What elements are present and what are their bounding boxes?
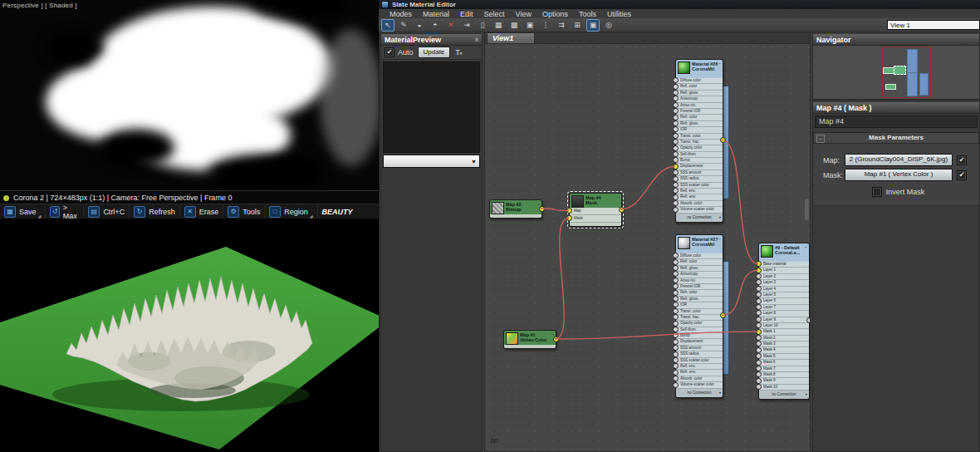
slot-layer-10[interactable]: Layer 10 — [759, 323, 809, 329]
navigator-header[interactable]: Navigator — [813, 34, 979, 46]
vfb-title-bar[interactable]: Corona 2 | 724×483px (1:1) | Camera: Fre… — [0, 190, 379, 204]
viewport-label[interactable]: Perspective ] [ Shaded ] — [2, 2, 77, 9]
input-socket[interactable] — [673, 345, 679, 351]
node-header[interactable]: #9 - DefaultCoronaLa...− — [759, 243, 809, 262]
input-socket[interactable] — [673, 278, 679, 283]
input-socket[interactable] — [673, 296, 679, 302]
slot-diffuse-color[interactable]: Diffuse color — [676, 78, 723, 84]
slot-anisotropy[interactable]: Anisotropy — [676, 96, 723, 102]
slot-absorb-color[interactable]: Absorb. color — [676, 201, 723, 207]
minimize-icon[interactable]: − — [718, 237, 721, 241]
output-socket[interactable] — [619, 207, 625, 213]
node-map2[interactable]: Map #2Bitmap− — [489, 199, 542, 219]
input-socket[interactable] — [673, 157, 679, 163]
slot-transl-frac-[interactable]: Transl. frac. — [676, 140, 723, 145]
delete-selected-icon[interactable]: ✕ — [444, 19, 458, 32]
slot-map[interactable]: Map — [570, 208, 621, 215]
slot-refr-gloss-[interactable]: Refr. gloss. — [676, 121, 723, 127]
input-socket[interactable] — [756, 298, 762, 304]
slot-layer-1[interactable]: Layer 1 — [759, 268, 809, 273]
input-socket[interactable] — [756, 371, 762, 377]
menu-modes[interactable]: Modes — [390, 10, 412, 18]
copy-button[interactable]: ▤Ctrl+C — [84, 205, 130, 219]
node-map4[interactable]: Map #4Mask−MapMask — [569, 193, 622, 227]
input-socket[interactable] — [673, 302, 679, 307]
minimap-node[interactable] — [885, 84, 896, 90]
slot-ior[interactable]: IOR — [676, 302, 723, 308]
slot-sss-radius[interactable]: SSS radius — [676, 176, 723, 182]
view-selector[interactable]: View 1 — [887, 20, 980, 30]
input-socket[interactable] — [673, 84, 679, 90]
slot-diffuse-color[interactable]: Diffuse color — [676, 253, 723, 259]
input-socket[interactable] — [756, 317, 762, 322]
select-tool-icon[interactable]: ↖ — [381, 19, 394, 32]
input-socket[interactable] — [673, 108, 679, 114]
minimap-node[interactable] — [919, 73, 929, 96]
input-socket[interactable] — [756, 353, 762, 359]
close-icon[interactable]: x — [475, 36, 478, 43]
slot-refl-env-[interactable]: Refl. env. — [676, 189, 723, 194]
input-socket[interactable] — [566, 208, 572, 214]
slot-refl-gloss-[interactable]: Refl. gloss. — [676, 266, 723, 272]
update-button[interactable]: Update — [418, 47, 451, 58]
output-socket[interactable] — [806, 317, 811, 323]
input-socket[interactable] — [673, 376, 679, 381]
minimap-node[interactable] — [907, 49, 918, 73]
slot-anisotropy[interactable]: Anisotropy — [676, 272, 723, 278]
slot-refl-env-[interactable]: Refl. env. — [676, 364, 723, 370]
erase-button[interactable]: ✕Erase — [180, 205, 224, 219]
minimap-node[interactable] — [883, 67, 894, 74]
preview-type-dropdown[interactable]: ▼ — [383, 155, 480, 168]
parameter-panel-header[interactable]: Map #4 ( Mask ) — [813, 102, 979, 114]
map-enable-checkbox[interactable]: ✔ — [957, 155, 967, 165]
node-header[interactable]: Map #4Mask− — [570, 194, 621, 208]
hide-unused-slots-icon[interactable]: ▯ — [476, 19, 489, 32]
assign-material-icon[interactable]: ◒ — [413, 19, 426, 32]
input-socket[interactable] — [673, 176, 679, 182]
input-socket[interactable] — [673, 271, 679, 277]
slot-mask-5[interactable]: Mask 5 — [759, 354, 809, 360]
navigator-minimap[interactable] — [813, 46, 979, 101]
input-socket[interactable] — [673, 332, 679, 338]
input-socket[interactable] — [756, 378, 762, 384]
slot-aniso-rot-[interactable]: Aniso rot. — [676, 278, 723, 284]
input-socket[interactable] — [673, 314, 679, 320]
slot-transl-color[interactable]: Transl. color — [676, 134, 723, 140]
output-socket[interactable] — [553, 337, 559, 342]
input-socket[interactable] — [673, 382, 679, 388]
input-socket[interactable] — [673, 370, 679, 376]
slot-mask-4[interactable]: Mask 4 — [759, 347, 809, 353]
slot-fresnel-ior[interactable]: Fresnel IOR — [676, 109, 723, 115]
pick-material-icon[interactable]: ✎ — [397, 19, 410, 32]
arrange-icon[interactable]: ⊞ — [571, 19, 584, 32]
input-socket[interactable] — [756, 261, 762, 267]
node-footer-dropdown[interactable]: no Connection▾ — [676, 389, 723, 397]
slot-volume-scatter-color[interactable]: Volume scatter color — [676, 207, 723, 213]
tools-button[interactable]: ⚙Tools — [223, 205, 265, 219]
input-socket[interactable] — [673, 308, 679, 314]
slot-aniso-rot-[interactable]: Aniso rot. — [676, 103, 723, 109]
mask-enable-checkbox[interactable]: ✔ — [957, 170, 967, 180]
slot-refr-env-[interactable]: Refr. env. — [676, 194, 723, 200]
node-header[interactable]: Material #27CoronaMtl− — [676, 235, 723, 253]
collapse-icon[interactable]: - — [816, 135, 825, 143]
input-socket[interactable] — [756, 329, 762, 335]
input-socket[interactable] — [673, 120, 679, 126]
input-socket[interactable] — [673, 200, 679, 206]
slot-mask-7[interactable]: Mask 7 — [759, 366, 809, 372]
smt-title-bar[interactable]: Slate Material Editor — [379, 0, 980, 9]
show-in-viewport-icon[interactable]: ▣ — [586, 19, 600, 32]
slot-self-illum-[interactable]: Self-illum. — [676, 152, 723, 158]
menu-select[interactable]: Select — [484, 10, 505, 18]
pin-icon[interactable]: T▾ — [455, 48, 462, 56]
minimize-icon[interactable]: − — [616, 195, 620, 199]
slot-layer-9[interactable]: Layer 9 — [759, 317, 809, 323]
slot-transl-color[interactable]: Transl. color — [676, 309, 723, 315]
input-socket[interactable] — [756, 273, 762, 279]
input-socket[interactable] — [673, 170, 679, 175]
input-socket[interactable] — [566, 215, 572, 221]
canvas-scrollbar[interactable] — [805, 199, 809, 220]
input-socket[interactable] — [673, 194, 679, 200]
slot-bump[interactable]: Bump — [676, 333, 723, 339]
layout-children-icon[interactable]: ⇉ — [555, 19, 568, 32]
